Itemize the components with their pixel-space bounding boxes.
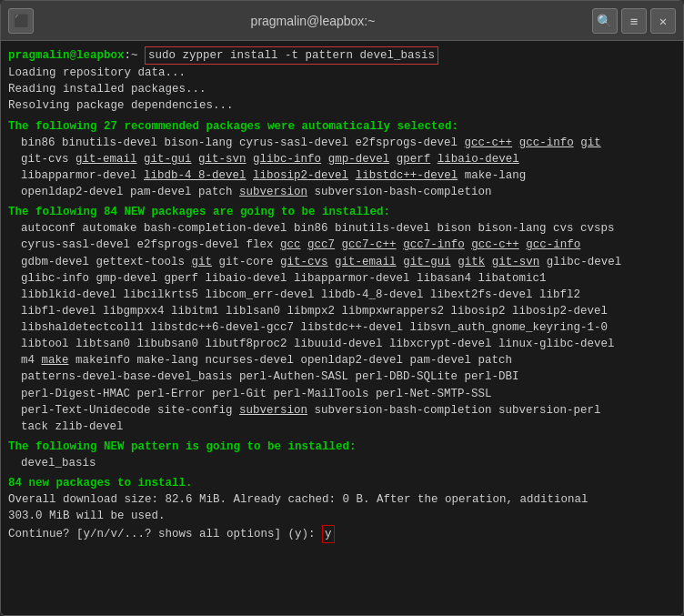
section2-header: The following 84 NEW packages are going …: [8, 204, 676, 220]
output-line-reading: Reading installed packages...: [8, 81, 676, 97]
section1-header: The following 27 recommended packages we…: [8, 118, 676, 135]
close-button[interactable]: ✕: [650, 8, 676, 34]
section3-header: The following NEW pattern is going to be…: [8, 439, 676, 455]
prompt-user: pragmalin@leapbox: [8, 47, 125, 64]
window-title: pragmalin@leapbox:~: [251, 14, 376, 28]
menu-icon: ≡: [630, 14, 638, 28]
summary-line3: 303.0 MiB will be used.: [8, 508, 676, 524]
section1-packages: bin86 binutils-devel bison-lang cyrus-sa…: [8, 135, 676, 201]
search-icon: 🔍: [597, 14, 612, 28]
prompt-line: pragmalin@leapbox:~ sudo zypper install …: [8, 46, 676, 65]
continue-prompt: Continue? [y/n/v/...? shows all options]…: [8, 525, 676, 543]
answer-y: y: [322, 525, 335, 543]
terminal-icon: ⬛: [8, 8, 34, 34]
output-line-resolving: Resolving package dependencies...: [8, 97, 676, 114]
section2-packages: autoconf automake bash-completion-devel …: [8, 220, 676, 435]
title-bar: ⬛ pragmalin@leapbox:~ 🔍 ≡ ✕: [1, 1, 683, 41]
search-button[interactable]: 🔍: [592, 8, 618, 34]
summary-line2: Overall download size: 82.6 MiB. Already…: [8, 491, 676, 508]
section3-packages: devel_basis: [8, 455, 676, 471]
output-line-loading: Loading repository data...: [8, 65, 676, 81]
menu-button[interactable]: ≡: [621, 8, 647, 34]
summary-line1: 84 new packages to install.: [8, 475, 676, 491]
title-bar-buttons: 🔍 ≡ ✕: [592, 8, 676, 34]
terminal-body: pragmalin@leapbox:~ sudo zypper install …: [1, 41, 683, 615]
terminal-window: ⬛ pragmalin@leapbox:~ 🔍 ≡ ✕ pragmalin@le…: [0, 0, 684, 616]
command-box: sudo zypper install -t pattern devel_bas…: [145, 46, 438, 65]
prompt-separator: :~: [125, 47, 146, 64]
close-icon: ✕: [659, 14, 667, 28]
